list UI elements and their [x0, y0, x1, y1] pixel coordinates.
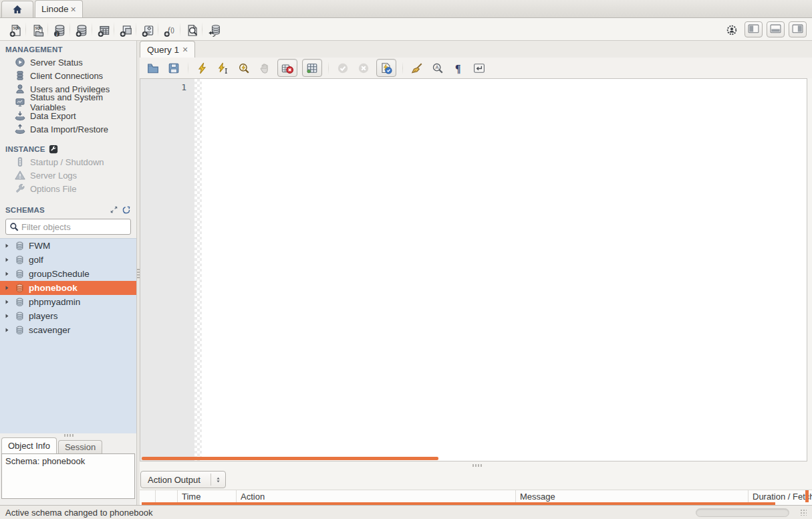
rollback-icon	[358, 62, 370, 74]
tab-query-1[interactable]: Query 1 ×	[140, 41, 195, 58]
window-tab-strip: Linode ×	[0, 0, 812, 18]
output-horizontal-scrollbar[interactable]	[142, 502, 775, 505]
schema-filter[interactable]	[5, 219, 131, 235]
expander-icon[interactable]	[4, 313, 10, 319]
tab-object-info[interactable]: Object Info	[1, 437, 57, 453]
toggle-autocommit-button[interactable]	[376, 59, 396, 77]
output-col-action[interactable]: Action	[237, 490, 516, 503]
data-export-icon	[15, 110, 25, 121]
schema-row-players[interactable]: players	[0, 309, 136, 323]
output-vertical-scrollbar[interactable]	[805, 490, 809, 502]
refresh-icon[interactable]	[122, 205, 131, 215]
stop-button[interactable]	[257, 60, 273, 76]
output-col-message[interactable]: Message	[516, 490, 749, 503]
resize-grip[interactable]	[800, 509, 807, 516]
toggle-bottom-panel-button[interactable]	[767, 21, 785, 37]
limit-rows-button[interactable]	[302, 59, 322, 77]
management-section-header: MANAGEMENT	[0, 43, 136, 56]
create-table-icon	[98, 24, 108, 35]
create-procedure-button[interactable]	[138, 20, 156, 39]
sidebar-item-status-variables[interactable]: Status and System Variables	[0, 96, 136, 109]
expander-icon[interactable]	[4, 257, 10, 263]
create-schema-button[interactable]	[72, 20, 90, 39]
output-col-time[interactable]: Time	[178, 490, 237, 503]
code-fold-margin	[194, 79, 202, 461]
editor-horizontal-scrollbar[interactable]	[142, 457, 438, 460]
expander-icon[interactable]	[4, 271, 10, 277]
output-table-header: Time Action Message Duration / Fetch	[140, 490, 812, 505]
toggle-right-panel-button[interactable]	[789, 21, 807, 37]
output-splitter[interactable]	[140, 461, 812, 470]
rollback-button[interactable]	[356, 60, 372, 76]
sidebar-item-client-connections[interactable]: Client Connections	[0, 69, 136, 82]
sidebar-item-label: Options File	[30, 184, 76, 194]
stop-icon	[259, 62, 271, 74]
create-view-icon	[120, 24, 130, 35]
find-icon: A	[432, 62, 444, 74]
commit-icon	[337, 62, 349, 74]
explain-button[interactable]	[236, 60, 252, 76]
beautify-button[interactable]	[409, 60, 425, 76]
execute-button[interactable]	[194, 60, 211, 76]
expander-icon[interactable]	[4, 299, 10, 305]
expander-icon[interactable]	[4, 243, 10, 249]
sidebar-item-server-status[interactable]: Server Status	[0, 56, 136, 69]
invisible-chars-button[interactable]: ¶	[450, 60, 466, 76]
create-table-button[interactable]	[94, 20, 112, 39]
commit-button[interactable]	[335, 60, 351, 76]
create-view-button[interactable]	[116, 20, 134, 39]
output-col-blank[interactable]	[140, 490, 156, 503]
find-button[interactable]: A	[430, 60, 446, 76]
expander-icon[interactable]	[4, 327, 10, 333]
connection-tab-linode[interactable]: Linode ×	[35, 0, 83, 17]
execute-current-button[interactable]	[215, 60, 231, 76]
schema-icon	[14, 269, 25, 280]
sql-text-area[interactable]	[202, 79, 807, 461]
close-icon[interactable]: ×	[182, 44, 188, 55]
output-type-select[interactable]: Action Output	[140, 471, 226, 488]
reconnect-dbms-button[interactable]	[204, 20, 223, 39]
output-type-value: Action Output	[148, 475, 211, 485]
expander-icon[interactable]	[4, 285, 10, 291]
schema-inspector-button[interactable]: i	[49, 20, 68, 39]
sidebar-item-data-export[interactable]: Data Export	[0, 109, 136, 122]
schema-icon	[14, 311, 25, 322]
open-file-button[interactable]	[145, 60, 161, 76]
expand-icon[interactable]	[109, 205, 118, 215]
main-toolbar: SQL SQL i f()	[0, 18, 812, 41]
home-tab[interactable]	[1, 1, 33, 17]
wrap-text-button[interactable]	[471, 60, 487, 76]
save-button[interactable]	[166, 60, 182, 76]
sidebar-splitter[interactable]	[0, 433, 136, 437]
schema-row-fwm[interactable]: FWM	[0, 239, 136, 253]
schema-row-phonebook[interactable]: phonebook	[0, 281, 136, 295]
execute-current-icon	[217, 62, 229, 74]
new-sql-tab-button[interactable]: SQL	[5, 20, 24, 39]
open-sql-script-button[interactable]: SQL	[27, 20, 46, 39]
toggle-left-panel-button[interactable]	[745, 21, 763, 37]
search-table-data-button[interactable]	[182, 20, 200, 39]
close-icon[interactable]: ×	[71, 4, 76, 15]
schema-filter-input[interactable]	[21, 222, 127, 232]
line-number: 1	[181, 82, 186, 92]
sidebar-item-data-import[interactable]: Data Import/Restore	[0, 122, 136, 136]
sidebar-item-label: Server Logs	[30, 171, 77, 181]
sidebar-item-options-file[interactable]: Options File	[0, 182, 136, 195]
schema-row-scavenger[interactable]: scavenger	[0, 323, 136, 337]
schema-icon	[14, 241, 25, 251]
explain-icon	[238, 62, 250, 74]
create-function-button[interactable]: f()	[160, 20, 178, 39]
user-preferences-button[interactable]	[722, 20, 740, 39]
toggle-stop-on-error-button[interactable]	[277, 59, 297, 77]
schema-row-phpmyadmin[interactable]: phpmyadmin	[0, 295, 136, 309]
schema-row-groupschedule[interactable]: groupSchedule	[0, 267, 136, 281]
sidebar-item-server-logs[interactable]: Server Logs	[0, 169, 136, 182]
output-col-duration[interactable]: Duration / Fetch	[749, 490, 812, 503]
create-function-icon: f()	[164, 24, 174, 35]
sidebar-item-startup-shutdown[interactable]: Startup / Shutdown	[0, 155, 136, 169]
reconnect-dbms-icon	[208, 24, 219, 35]
sql-editor[interactable]: 1	[140, 78, 807, 461]
output-col-blank[interactable]	[156, 490, 178, 503]
tab-session[interactable]: Session	[58, 440, 102, 453]
schema-row-golf[interactable]: golf	[0, 253, 136, 267]
